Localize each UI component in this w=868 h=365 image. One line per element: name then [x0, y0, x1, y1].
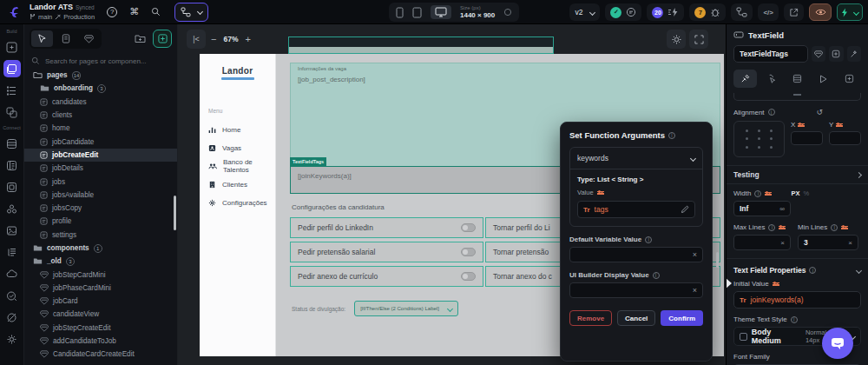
add-folder-button[interactable] [131, 30, 148, 47]
widget-name-input[interactable] [733, 45, 808, 63]
collapse-panel-button[interactable]: |< [187, 30, 206, 49]
zoom-out-button[interactable]: − [211, 34, 216, 44]
tree-component-jobStepCardMini[interactable]: jobStepCardMini [24, 268, 177, 281]
reset-icon[interactable]: ↺ [817, 108, 824, 116]
cancel-button[interactable]: Cancel [617, 310, 655, 326]
display-value-input[interactable] [575, 287, 693, 295]
toggle-switch[interactable] [461, 223, 476, 232]
tab-widget-tree[interactable] [786, 70, 809, 88]
tree-component-jobStepCreateEdit[interactable]: jobStepCreateEdit [24, 322, 177, 335]
run-deploy-dropdown[interactable] [837, 3, 863, 21]
chat-support-button[interactable] [822, 328, 853, 359]
preview-button[interactable] [809, 3, 832, 21]
project-info[interactable]: Landor ATSSynced main Production [30, 3, 95, 21]
max-lines-input[interactable]: × [733, 235, 791, 250]
rail-tests-icon[interactable] [3, 287, 21, 304]
device-desktop-button[interactable] [431, 5, 451, 19]
tab-pages[interactable] [55, 30, 76, 47]
rail-integrations-icon[interactable] [3, 200, 21, 217]
preview-menu-clientes[interactable]: Clientes [208, 176, 275, 194]
device-phone-button[interactable] [396, 7, 404, 18]
tab-interactions[interactable] [760, 70, 783, 88]
preview-menu-home[interactable]: Home [208, 121, 275, 139]
light-mode-toggle[interactable] [667, 30, 686, 49]
rail-app-state-icon[interactable] [3, 178, 21, 196]
tab-actions[interactable] [812, 70, 835, 88]
add-page-button[interactable] [153, 30, 172, 48]
toggle-switch[interactable] [461, 272, 476, 281]
y-alignment-input[interactable] [829, 131, 861, 145]
help-button[interactable]: ? [107, 7, 117, 17]
unit-percent-toggle[interactable]: % [803, 189, 809, 197]
clear-icon[interactable]: × [848, 239, 852, 247]
rail-components-icon[interactable] [3, 103, 21, 121]
rail-widget-tree-icon[interactable] [3, 82, 21, 99]
version-dropdown[interactable]: v2 [569, 3, 600, 21]
confirm-button[interactable]: Confirm [661, 310, 703, 326]
tree-folder-pages[interactable]: pages14 [24, 69, 177, 82]
tree-component-jobPhaseCardMini[interactable]: jobPhaseCardMini [24, 282, 177, 295]
save-as-template-button[interactable] [829, 46, 843, 62]
clear-icon[interactable]: × [780, 239, 785, 247]
initial-value-field[interactable]: Tr joinKeywords(a) [733, 291, 861, 309]
rail-dashboard-icon[interactable] [3, 38, 21, 56]
clear-icon[interactable]: × [693, 250, 697, 259]
toggle-switch[interactable] [461, 248, 476, 256]
tree-page-jobDetails[interactable]: jobDetails [24, 162, 177, 175]
tree-component-CandidateCardCreateEdit[interactable]: CandidateCardCreateEdit [24, 348, 177, 361]
edit-pencil-icon[interactable] [681, 205, 689, 214]
selected-widget-title-field[interactable] [288, 36, 554, 54]
zoom-in-button[interactable]: + [245, 34, 250, 44]
quick-run-icon[interactable] [667, 7, 679, 17]
magic-suggest-button[interactable] [847, 46, 861, 62]
clear-icon[interactable]: × [693, 286, 697, 295]
default-value-input[interactable] [575, 251, 693, 259]
tree-component-jobCard[interactable]: jobCard [24, 295, 177, 308]
rail-media-assets-icon[interactable] [3, 222, 21, 239]
search-input[interactable] [45, 57, 167, 65]
rail-settings-icon[interactable] [3, 330, 21, 348]
tree-page-profile[interactable]: profile [24, 215, 177, 228]
panel-scrollbar[interactable] [174, 196, 176, 230]
view-code-button[interactable]: </> [758, 3, 779, 21]
tree-component-candidateView[interactable]: candidateView [24, 308, 177, 321]
assistant-chat-icon[interactable] [626, 7, 636, 17]
tree-page-jobsCopy[interactable]: jobsCopy [24, 202, 177, 215]
canvas-scrollbar[interactable] [716, 252, 719, 268]
health-check-icon[interactable]: ✓ [610, 7, 621, 18]
share-button[interactable] [784, 3, 804, 21]
min-lines-input[interactable]: 3× [798, 235, 858, 250]
textfield-properties-header[interactable]: Text Field Properties i [733, 266, 861, 275]
search-button[interactable] [151, 7, 161, 17]
testing-section-header[interactable]: Testing [733, 166, 861, 183]
preview-menu-configuracoes[interactable]: Configurações [208, 194, 275, 212]
rail-data-types-icon[interactable] [3, 156, 21, 174]
rail-theme-icon[interactable] [3, 309, 21, 326]
issue-count-badge[interactable]: 7 [694, 7, 706, 18]
size-reset-icon[interactable] [503, 8, 512, 17]
flutterflow-logo-icon[interactable] [6, 4, 22, 20]
tree-folder-old[interactable]: _old3 [24, 255, 177, 268]
tree-page-jobsAvailable[interactable]: jobsAvailable [24, 189, 177, 202]
status-dropdown[interactable]: [If/Then/Else (2 Conditions) Label] [354, 301, 458, 316]
unit-px-toggle[interactable]: PX [791, 189, 799, 197]
tree-page-jobs[interactable]: jobs [24, 175, 177, 188]
alignment-grid[interactable] [733, 121, 785, 157]
tab-add-widget[interactable] [838, 70, 861, 88]
flow-mode-dropdown[interactable] [174, 3, 208, 22]
device-tablet-button[interactable] [412, 7, 422, 18]
tree-folder-components[interactable]: components1 [24, 242, 177, 255]
widget-flow-button[interactable] [731, 3, 753, 21]
tab-components[interactable] [78, 30, 100, 47]
fit-view-button[interactable] [689, 30, 708, 49]
command-palette-button[interactable]: ⌘ [129, 6, 139, 17]
tree-page-candidates[interactable]: candidates [24, 96, 177, 109]
rail-cloud-functions-icon[interactable] [3, 265, 21, 282]
value-field[interactable]: Tr tags [577, 201, 695, 218]
rail-database-icon[interactable] [3, 135, 21, 152]
tree-page-settings[interactable]: settings [24, 229, 177, 242]
convert-to-component-button[interactable] [812, 46, 825, 62]
tree-page-clients[interactable]: clients [24, 109, 177, 122]
rail-custom-code-icon[interactable] [3, 243, 21, 261]
style-checkbox[interactable] [740, 333, 747, 341]
